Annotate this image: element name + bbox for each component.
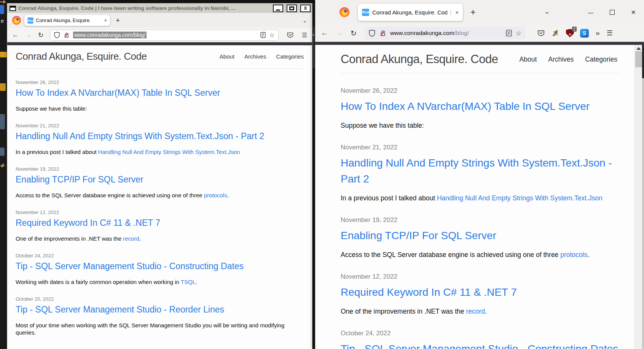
url-text[interactable]: www.conradakunga.com/blog/	[390, 30, 469, 36]
post-title-link[interactable]: Required Keyword In C# 11 & .NET 7	[341, 284, 626, 300]
folder-icon[interactable]	[0, 83, 6, 91]
insecure-lock-icon[interactable]	[379, 30, 386, 37]
pocket-icon[interactable]	[287, 32, 294, 39]
desktop-bird-icon[interactable]	[0, 163, 5, 168]
nav-about-link[interactable]: About	[220, 53, 234, 60]
firefox-icon[interactable]	[340, 7, 349, 17]
bookmark-star-icon[interactable]: ☆	[269, 32, 274, 39]
post-title-link[interactable]: Enabling TCP/IP For SQL Server	[341, 228, 626, 244]
desktop-arrow-icon[interactable]	[0, 0, 6, 4]
post-excerpt: Working with dates is a fairly common op…	[16, 278, 289, 286]
skype-icon[interactable]: S	[580, 29, 589, 38]
page-scrollbar[interactable]	[634, 45, 642, 349]
download-arrow-extension-icon[interactable]	[551, 29, 560, 38]
excerpt-link[interactable]: protocols	[204, 192, 227, 198]
post-item: November 19, 2022 Enabling TCP/IP For SQ…	[341, 216, 626, 259]
bookmark-star-icon[interactable]: ☆	[516, 29, 521, 37]
post-title-link[interactable]: Handling Null And Empty Strings With Sys…	[16, 131, 304, 141]
site-title-link[interactable]: Conrad Akunga, Esquire. Code	[16, 51, 147, 62]
post-title-link[interactable]: Enabling TCP/IP For SQL Server	[16, 174, 304, 185]
tracking-protection-shield-icon[interactable]	[368, 29, 376, 37]
navigation-toolbar: ← → ↻ www.conradakunga.com/blog/ ☆	[315, 24, 644, 42]
browser-tab[interactable]: Rad Conrad Akunga, Esquire. ×	[24, 15, 110, 26]
background-scrollbar-thumb[interactable]	[313, 27, 315, 68]
post-date: November 26, 2022	[16, 79, 304, 85]
desktop-strip: e	[0, 0, 7, 349]
post-title-link[interactable]: Handling Null And Empty Strings With Sys…	[341, 155, 626, 187]
insecure-lock-icon[interactable]	[64, 32, 70, 38]
post-title-link[interactable]: Tip - SQL Server Management Studio - Reo…	[16, 305, 304, 315]
folder-icon[interactable]	[0, 52, 8, 57]
nav-categories-link[interactable]: Categories	[276, 53, 304, 60]
nav-archives-link[interactable]: Archives	[548, 56, 574, 63]
nav-categories-link[interactable]: Categories	[585, 56, 617, 63]
back-button[interactable]: ←	[12, 31, 19, 39]
excerpt-link[interactable]: protocols	[560, 251, 587, 259]
firefox-icon[interactable]	[12, 16, 21, 25]
excerpt-link[interactable]: record	[123, 235, 139, 242]
back-button[interactable]: ←	[321, 29, 328, 37]
tracking-protection-shield-icon[interactable]	[54, 32, 60, 38]
post-date: November 12, 2022	[16, 209, 304, 215]
pocket-icon[interactable]	[537, 29, 545, 37]
url-bar[interactable]: www.conradakunga.com/blog/ ☆	[50, 30, 278, 41]
forward-button[interactable]: →	[25, 31, 32, 39]
excerpt-link[interactable]: TSQL	[181, 279, 196, 285]
nav-archives-link[interactable]: Archives	[244, 53, 266, 60]
right-browser-window: Rad Conrad Akunga, Esquire. Code | × + ⌄…	[315, 0, 644, 349]
reader-mode-icon[interactable]	[506, 30, 512, 36]
tab-overflow-chevron-icon[interactable]: ⌄	[544, 8, 550, 16]
reader-mode-icon[interactable]	[260, 32, 266, 38]
excerpt-text: .	[227, 192, 229, 198]
desktop-file-icon[interactable]	[0, 114, 5, 129]
scrollbar-thumb[interactable]	[635, 51, 642, 67]
desktop-shortcut-label[interactable]: e	[1, 17, 4, 24]
nav-about-link[interactable]: About	[520, 56, 537, 63]
url-bar[interactable]: www.conradakunga.com/blog/ ☆	[364, 27, 526, 40]
post-item: November 12, 2022 Required Keyword In C#…	[16, 209, 304, 242]
tab-close-icon[interactable]: ×	[455, 9, 459, 16]
excerpt-link[interactable]: Handling Null And Empty Strings With Sys…	[437, 194, 603, 202]
menu-hamburger-icon[interactable]: ☰	[302, 32, 307, 39]
scrollbar-up-arrow[interactable]	[636, 47, 641, 50]
site-favicon: Rad	[27, 17, 33, 24]
window-titlebar[interactable]: Conrad Akunga, Esquire. Code | I have be…	[7, 3, 312, 13]
background-scrollbar-arrow[interactable]	[313, 33, 315, 36]
desktop-app-icon[interactable]	[0, 5, 4, 14]
excerpt-text: In a previous post I talked about	[341, 194, 437, 202]
window-controls: — ×	[588, 0, 636, 24]
post-title-link[interactable]: Required Keyword In C# 11 & .NET 7	[16, 218, 304, 228]
new-tab-button[interactable]: +	[116, 16, 120, 25]
reload-button[interactable]: ↻	[351, 29, 357, 38]
post-title-link[interactable]: Tip - SQL Server Management Studio - Con…	[341, 341, 626, 349]
minimize-button[interactable]: —	[588, 9, 593, 16]
excerpt-text: .	[485, 308, 487, 315]
post-date: November 21, 2022	[341, 144, 626, 151]
tab-close-icon[interactable]: ×	[104, 17, 107, 23]
post-excerpt: Suppose we have this table:	[341, 121, 626, 130]
close-button[interactable]: ×	[631, 8, 636, 17]
forward-button[interactable]: →	[336, 29, 343, 37]
reload-button[interactable]: ↻	[38, 31, 43, 39]
url-text-selected[interactable]: www.conradakunga.com/blog/	[73, 32, 147, 38]
excerpt-link[interactable]: record	[466, 308, 485, 315]
overflow-chevrons-icon[interactable]: »	[596, 29, 600, 37]
browser-tab[interactable]: Rad Conrad Akunga, Esquire. Code | ×	[358, 4, 463, 21]
ublock-origin-icon[interactable]: ʊ 2	[566, 29, 574, 37]
close-button[interactable]: X	[300, 5, 311, 12]
post-item: November 26, 2022 How To Index A NVarcha…	[341, 87, 626, 130]
menu-hamburger-icon[interactable]: ☰	[607, 29, 613, 37]
post-title-link[interactable]: Tip - SQL Server Management Studio - Con…	[16, 261, 304, 271]
minimize-button[interactable]	[273, 5, 283, 12]
maximize-button[interactable]	[610, 10, 615, 15]
tab-overflow-chevron-icon[interactable]: ⌄	[302, 17, 307, 24]
desktop-file-icon[interactable]	[0, 148, 5, 156]
excerpt-link[interactable]: Handling Null And Empty Strings With Sys…	[98, 149, 240, 155]
post-item: October 24, 2022 Tip - SQL Server Manage…	[341, 330, 626, 349]
url-path: /blog/	[454, 30, 469, 36]
site-title-link[interactable]: Conrad Akunga, Esquire. Code	[341, 52, 498, 66]
post-title-link[interactable]: How To Index A NVarchar(MAX) Table In SQ…	[16, 88, 304, 98]
post-title-link[interactable]: How To Index A NVarchar(MAX) Table In SQ…	[341, 98, 626, 114]
maximize-button[interactable]	[287, 5, 297, 12]
new-tab-button[interactable]: +	[470, 7, 475, 17]
